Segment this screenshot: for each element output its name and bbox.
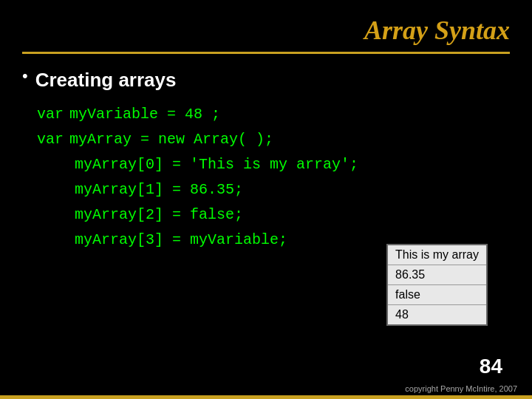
- slide: Array Syntax • Creating arrays var myVar…: [0, 0, 532, 399]
- array-table: This is my array 86.35 false 48: [386, 244, 488, 326]
- page-number: 84: [480, 355, 502, 378]
- code-block: var myVariable = 48 ; var myArray = new …: [37, 103, 510, 252]
- code-line-2-text: myArray = new Array( );: [69, 128, 273, 151]
- code-line-1: var myVariable = 48 ;: [37, 103, 510, 126]
- copyright: copyright Penny McIntire, 2007: [405, 384, 517, 393]
- array-row-1: 86.35: [388, 265, 486, 285]
- code-line-3-text: myArray[0] = 'This is my array';: [75, 153, 358, 177]
- code-line-3: myArray[0] = 'This is my array';: [37, 153, 510, 177]
- code-line-2: var myArray = new Array( );: [37, 128, 510, 151]
- code-line-6-text: myArray[3] = myVariable;: [75, 228, 287, 252]
- array-row-3: 48: [388, 305, 486, 324]
- var-keyword-1: var: [37, 103, 64, 126]
- title-bar: Array Syntax: [22, 15, 510, 54]
- code-line-5: myArray[2] = false;: [37, 203, 510, 227]
- var-keyword-2: var: [37, 128, 64, 151]
- code-line-5-text: myArray[2] = false;: [75, 203, 243, 227]
- code-line-4: myArray[1] = 86.35;: [37, 178, 510, 202]
- array-row-0: This is my array: [388, 245, 486, 265]
- slide-title: Array Syntax: [364, 15, 510, 46]
- array-row-2: false: [388, 285, 486, 305]
- bullet-dot: •: [22, 66, 28, 86]
- bottom-bar: [0, 395, 532, 399]
- bullet-section: • Creating arrays: [22, 69, 510, 92]
- code-line-1-text: myVariable = 48 ;: [69, 103, 220, 126]
- bullet-point: • Creating arrays: [22, 69, 510, 92]
- bullet-label: Creating arrays: [35, 69, 177, 92]
- code-line-4-text: myArray[1] = 86.35;: [75, 178, 243, 202]
